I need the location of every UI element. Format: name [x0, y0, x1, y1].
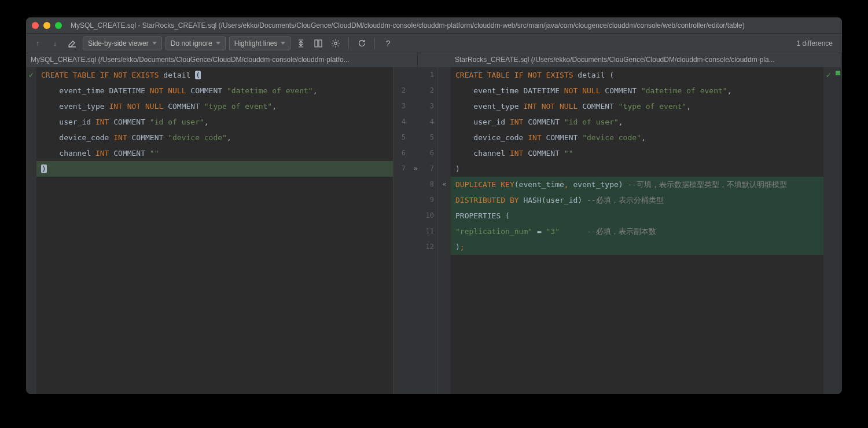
- refresh-icon: [357, 39, 366, 48]
- code-line[interactable]: CREATE TABLE IF NOT EXISTS detail (: [451, 67, 823, 83]
- diff-marker[interactable]: [836, 71, 840, 75]
- tab-spacer: [418, 53, 450, 67]
- left-pane: CREATE TABLE IF NOT EXISTS detail ( even…: [36, 67, 409, 394]
- traffic-lights: [32, 22, 62, 29]
- code-line[interactable]: device_code INT COMMENT "device code",: [36, 130, 393, 145]
- svg-rect-0: [315, 40, 318, 47]
- sync-icon: [314, 39, 323, 48]
- right-pane: CREATE TABLE IF NOT EXISTS detail ( even…: [451, 67, 823, 394]
- right-marker-column: ✓: [823, 67, 834, 394]
- dropdown-label: Highlight lines: [234, 39, 278, 47]
- next-diff-button[interactable]: [48, 36, 62, 50]
- line-number: 11: [422, 224, 434, 239]
- collapse-unchanged-button[interactable]: [294, 36, 308, 50]
- code-line[interactable]: user_id INT COMMENT "id of user",: [36, 114, 393, 130]
- line-number: 3: [422, 98, 434, 114]
- pencil-icon: [68, 39, 77, 48]
- check-icon: ✓: [29, 67, 34, 83]
- maximize-icon[interactable]: [55, 22, 62, 29]
- line-number: 3: [393, 98, 406, 114]
- code-line[interactable]: CREATE TABLE IF NOT EXISTS detail (: [36, 67, 393, 83]
- toolbar-separator: [348, 38, 349, 49]
- line-number: 5: [393, 130, 406, 145]
- close-icon[interactable]: [32, 22, 39, 29]
- minimize-icon[interactable]: [43, 22, 50, 29]
- highlight-mode-dropdown[interactable]: Highlight lines: [229, 36, 291, 50]
- line-number: 1: [422, 67, 434, 83]
- chevron-down-icon: [216, 42, 220, 45]
- viewer-mode-dropdown[interactable]: Side-by-side viewer: [83, 36, 162, 50]
- code-line[interactable]: );: [451, 239, 823, 255]
- line-number: 8: [422, 177, 434, 192]
- right-code[interactable]: CREATE TABLE IF NOT EXISTS detail ( even…: [451, 67, 823, 394]
- line-number: 7: [393, 161, 406, 177]
- sync-scroll-button[interactable]: [311, 36, 325, 50]
- arrow-up-icon: [36, 39, 40, 47]
- help-button[interactable]: ?: [381, 36, 395, 50]
- line-number: 2: [393, 83, 406, 98]
- code-line[interactable]: DISTRIBUTED BY HASH(user_id) --必填，表示分桶类型: [451, 192, 823, 208]
- middle-marker-column: »: [409, 67, 422, 394]
- ignore-mode-dropdown[interactable]: Do not ignore: [165, 36, 226, 50]
- diff-body: ✓ CREATE TABLE IF NOT EXISTS detail ( ev…: [26, 67, 842, 394]
- prev-diff-button[interactable]: [31, 36, 45, 50]
- line-number: 5: [422, 130, 434, 145]
- svg-rect-1: [319, 40, 322, 47]
- right-inner-marker-column: «: [438, 67, 451, 394]
- refresh-button[interactable]: [355, 36, 369, 50]
- line-number: 4: [393, 114, 406, 130]
- toolbar: Side-by-side viewer Do not ignore Highli…: [26, 34, 842, 53]
- code-line[interactable]: event_type INT NOT NULL COMMENT "type of…: [451, 98, 823, 114]
- diff-window: MySQL_CREATE.sql - StarRocks_CREATE.sql …: [26, 17, 842, 394]
- window-title: MySQL_CREATE.sql - StarRocks_CREATE.sql …: [71, 21, 836, 30]
- code-line[interactable]: "replication_num" = "3" --必填，表示副本数: [451, 224, 823, 239]
- left-gutter: 234567: [393, 67, 409, 394]
- chevron-down-icon: [281, 42, 285, 45]
- settings-button[interactable]: [329, 36, 343, 50]
- code-line[interactable]: ): [451, 161, 823, 177]
- scrollbar-marker-strip[interactable]: [834, 67, 842, 394]
- line-number: 10: [422, 208, 434, 224]
- line-number: [393, 67, 406, 83]
- edit-button[interactable]: [65, 36, 79, 50]
- code-line[interactable]: ): [36, 161, 393, 177]
- line-number: 4: [422, 114, 434, 130]
- right-gutter: 123456789101112: [422, 67, 438, 394]
- left-file-tab[interactable]: MySQL_CREATE.sql (/Users/ekko/Documents/…: [26, 53, 418, 67]
- line-number: 9: [422, 192, 434, 208]
- line-number: 7: [422, 161, 434, 177]
- toolbar-separator: [374, 38, 375, 49]
- code-line[interactable]: DUPLICATE KEY(event_time, event_type) --…: [451, 177, 823, 192]
- help-icon: ?: [386, 39, 391, 48]
- chevron-down-icon: [152, 42, 157, 45]
- dropdown-label: Side-by-side viewer: [88, 39, 149, 47]
- svg-point-2: [334, 42, 337, 44]
- line-number: 6: [422, 145, 434, 161]
- dropdown-label: Do not ignore: [171, 39, 212, 47]
- check-icon: ✓: [826, 67, 831, 83]
- code-line[interactable]: PROPERTIES (: [451, 208, 823, 224]
- code-line[interactable]: device_code INT COMMENT "device code",: [451, 130, 823, 145]
- code-line[interactable]: user_id INT COMMENT "id of user",: [451, 114, 823, 130]
- diff-count-label: 1 difference: [797, 39, 838, 47]
- insert-arrow-icon[interactable]: «: [442, 177, 446, 192]
- right-file-tab[interactable]: StarRocks_CREATE.sql (/Users/ekko/Docume…: [450, 53, 842, 67]
- line-number: 2: [422, 83, 434, 98]
- gear-icon: [331, 39, 340, 48]
- collapse-icon: [296, 39, 306, 48]
- line-number: 6: [393, 145, 406, 161]
- code-line[interactable]: event_time DATETIME NOT NULL COMMENT "da…: [451, 83, 823, 98]
- code-line[interactable]: channel INT COMMENT "": [451, 145, 823, 161]
- left-marker-column: ✓: [26, 67, 36, 394]
- insert-arrow-icon[interactable]: »: [413, 161, 417, 177]
- line-number: 12: [422, 239, 434, 255]
- arrow-down-icon: [53, 39, 57, 47]
- code-line[interactable]: event_time DATETIME NOT NULL COMMENT "da…: [36, 83, 393, 98]
- file-tabs: MySQL_CREATE.sql (/Users/ekko/Documents/…: [26, 53, 842, 67]
- code-line[interactable]: event_type INT NOT NULL COMMENT "type of…: [36, 98, 393, 114]
- left-code[interactable]: CREATE TABLE IF NOT EXISTS detail ( even…: [36, 67, 393, 394]
- titlebar: MySQL_CREATE.sql - StarRocks_CREATE.sql …: [26, 17, 842, 34]
- code-line[interactable]: channel INT COMMENT "": [36, 145, 393, 161]
